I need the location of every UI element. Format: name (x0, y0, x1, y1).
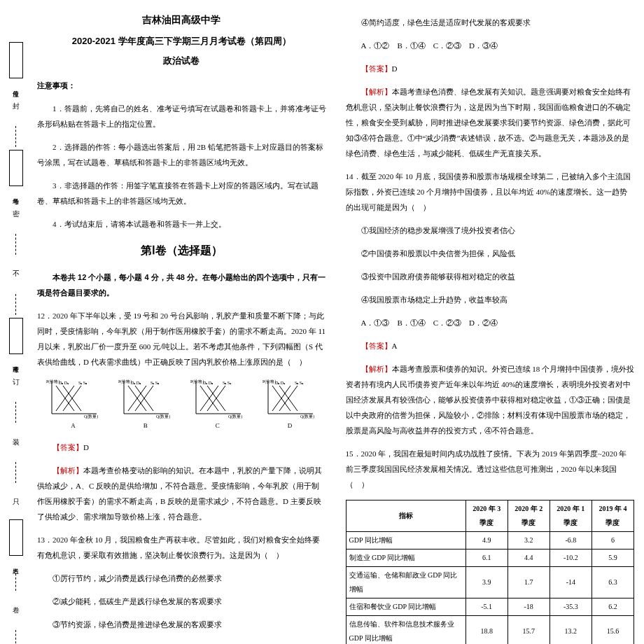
q13-opt4: ④简约适度，绿色生活是适应时代发展的客观要求 (346, 15, 635, 30)
dash (15, 402, 16, 423)
juan-char: 卷 (9, 601, 23, 620)
q14-exp-label: 【解析】 (361, 365, 392, 373)
room-box (9, 150, 23, 186)
dash (15, 126, 16, 147)
q12-charts: P(价格)Q(数量) D₂ D₁S₁ S₂ A P(价格)Q(数量) D₁ D₂… (37, 377, 326, 432)
part1-heading: 第Ⅰ卷（选择题） (37, 239, 326, 262)
q13-opt1: ①厉行节约，减少消费是践行绿色消费的必然要求 (37, 570, 326, 586)
svg-text:D₁ D₂: D₁ D₂ (131, 381, 141, 385)
svg-text:D₂ D₁: D₂ D₁ (59, 381, 69, 385)
notice-1: 1．答题前，先将自己的姓名、准考证号填写在试题卷和答题卡上，并将准考证号条形码粘… (37, 101, 326, 132)
svg-text:Q(数量): Q(数量) (300, 414, 314, 419)
q15-stem: 15．2020 年，我国在最短时间内成功战胜了疫情。下表为 2019 年第四季度… (346, 446, 635, 492)
svg-text:S₂ S₁: S₂ S₁ (295, 381, 304, 385)
zhuang-char: 装 (9, 433, 23, 452)
binding-strip: 座位号 封 考场号 密 不 准考证号 订 装 只 姓名 卷 此 班级 (0, 0, 31, 644)
school-name: 吉林油田高级中学 (37, 10, 326, 29)
q12-ans: D (83, 443, 89, 451)
notice-2: 2．选择题的作答：每小题选出答案后，用 2B 铅笔把答题卡上对应题目的答案标号涂… (37, 139, 326, 170)
name-box (9, 519, 23, 556)
q15-table: 指标 2020 年 3 季度 2020 年 2 季度 2020 年 1 季度 2… (346, 500, 635, 644)
svg-text:D₁ D₂: D₁ D₂ (203, 381, 214, 385)
q14-ans: A (392, 342, 398, 350)
column-left: 吉林油田高级中学 2020-2021 学年度高三下学期三月月考试卷（第四周） 政… (31, 0, 336, 644)
q14-choice: A．①③ B．①④ C．②③ D．②④ (346, 315, 635, 330)
q13-ans: D (392, 64, 398, 73)
q13-stem: 13．2020 年金秋 10 月，我国粮食生产再获丰收。尽管如此，我们对粮食安全… (37, 532, 326, 563)
q14-opt3: ③投资中国政府债券能够获得相对稳定的收益 (346, 269, 635, 284)
q13-ans-label: 【答案】 (361, 64, 392, 73)
th: 2020 年 3 季度 (465, 500, 507, 532)
column-right: ④简约适度，绿色生活是适应时代发展的客观要求 A．①② B．①④ C．②③ D．… (336, 0, 645, 644)
q12-stem: 12．2020 年下半年以来，受 19 号和 20 号台风影响，乳胶产量和质量不… (37, 308, 326, 370)
notice-4: 4．考试结束后，请将本试题卷和答题卡一并上交。 (37, 216, 326, 232)
no-char: 不 (9, 265, 23, 284)
dash (15, 570, 16, 591)
notice-heading: 注意事项： (37, 78, 326, 93)
svg-text:P(价格): P(价格) (118, 379, 132, 384)
q13-opt3: ③节约资源，绿色消费是推进绿色发展的客观要求 (37, 617, 326, 632)
q14-opt2: ②中国债券和股票以中央信誉为担保，风险低 (346, 246, 635, 261)
zhi-char: 只 (9, 493, 23, 512)
part1-desc: 本卷共 12 个小题，每小题 4 分，共 48 分。在每小题给出的四个选项中，只… (37, 270, 326, 300)
dash (15, 462, 16, 483)
svg-text:S₂ S₁: S₂ S₁ (223, 381, 232, 385)
th: 指标 (346, 500, 465, 532)
svg-text:P(价格): P(价格) (46, 379, 59, 384)
dash (15, 294, 16, 315)
th: 2019 年 4 季度 (592, 500, 634, 532)
q13-choice: A．①② B．①④ C．②③ D．③④ (346, 38, 635, 53)
bind-char: 订 (9, 372, 23, 392)
seat-box (9, 42, 23, 78)
q14-opt1: ①我国经济的稳步发展增强了境外投资者信心 (346, 223, 635, 238)
th: 2020 年 1 季度 (550, 500, 592, 532)
table-row: 指标 2020 年 3 季度 2020 年 2 季度 2020 年 1 季度 2… (346, 500, 634, 532)
q12-ans-label: 【答案】 (52, 443, 83, 451)
table-row: GDP 同比增幅4.93.2-6.86 (346, 532, 634, 550)
svg-text:Q(数量): Q(数量) (228, 414, 242, 419)
chart-c: P(价格)Q(数量) D₁ D₂S₂ S₁ C (190, 377, 246, 432)
q14-ans-label: 【答案】 (361, 342, 392, 350)
chart-d: P(价格)Q(数量) D₂ D₁S₂ S₁ D (262, 377, 318, 432)
table-row: 住宿和餐饮业 GDP 同比增幅-5.1-18-35.36.2 (346, 598, 634, 616)
table-row: 制造业 GDP 同比增幅6.14.4-10.25.9 (346, 550, 634, 567)
q14-opt4: ④我国股票市场稳定上升趋势，收益率较高 (346, 292, 635, 307)
fold-char: 封 (9, 97, 23, 116)
q13-exp: 本题考查绿色消费、绿色发展有关知识。题意强调要对粮食安全始终有危机意识，坚决制止… (346, 88, 631, 158)
exam-title: 2020-2021 学年度高三下学期三月月考试卷（第四周） (37, 32, 326, 50)
th: 2020 年 2 季度 (507, 500, 550, 532)
q14-stem: 14．截至 2020 年 10 月底，我国债券和股票市场规模全球第二，已被纳入多… (346, 169, 635, 215)
examid-box (9, 318, 23, 354)
q13-opt2: ②减少能耗，低碳生产是践行绿色发展的客观要求 (37, 594, 326, 609)
svg-text:S₁ S₂: S₁ S₂ (78, 381, 88, 385)
dash (15, 234, 16, 255)
svg-text:Q(数量): Q(数量) (156, 414, 170, 419)
chart-b-label: B (144, 422, 148, 429)
q14-exp: 本题考查股票和债券的知识。外资已连续 18 个月增持中国债券，境外投资者持有境内… (346, 365, 635, 435)
svg-text:S₁ S₂: S₁ S₂ (150, 381, 160, 385)
chart-c-label: C (216, 422, 220, 429)
svg-text:P(价格): P(价格) (190, 379, 204, 384)
svg-text:P(价格): P(价格) (262, 379, 276, 384)
subject-title: 政治试卷 (37, 52, 326, 70)
q12-exp-label: 【解析】 (52, 466, 83, 475)
svg-text:D₂ D₁: D₂ D₁ (275, 381, 286, 385)
svg-text:Q(数量): Q(数量) (84, 414, 98, 419)
q13-exp-label: 【解析】 (361, 88, 392, 96)
seal-char: 密 (9, 204, 23, 224)
table-row: 交通运输、仓储和邮政业 GDP 同比增幅3.91.7-146.3 (346, 567, 634, 598)
table-row: 信息传输、软件和信息技术服务业 GDP 同比增幅18.815.713.215.6 (346, 616, 634, 645)
chart-d-label: D (288, 422, 293, 429)
chart-a-label: A (71, 422, 76, 429)
dash (15, 630, 16, 644)
chart-a: P(价格)Q(数量) D₂ D₁S₁ S₂ A (46, 377, 102, 432)
notice-3: 3．非选择题的作答：用签字笔直接答在答题卡上对应的答题区域内。写在试题卷、草稿纸… (37, 178, 326, 209)
chart-b: P(价格)Q(数量) D₁ D₂S₁ S₂ B (118, 377, 174, 432)
